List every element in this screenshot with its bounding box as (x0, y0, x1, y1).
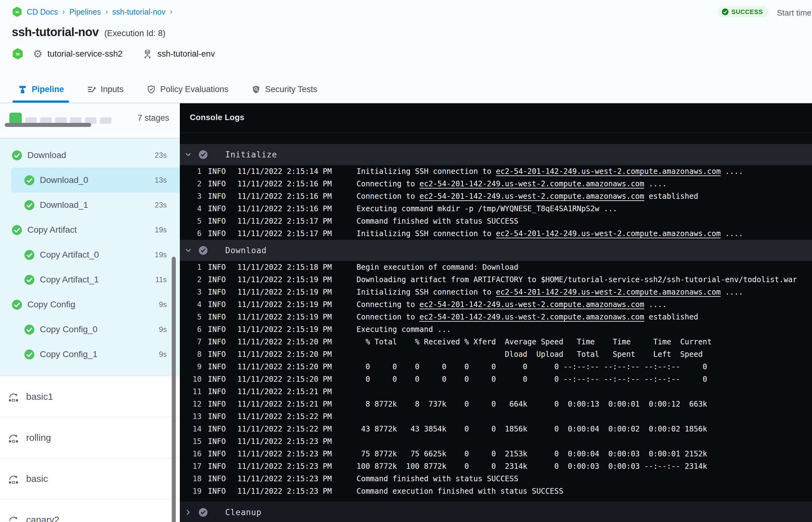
execution-id-label: (Execution Id: 8) (104, 28, 165, 38)
log-line: 5 INFO 11/11/2022 2:15:19 PM Connection … (180, 311, 812, 323)
host-link[interactable]: ec2-54-201-142-249.us-west-2.compute.ama… (496, 167, 720, 176)
log-line-number: 3 (180, 286, 202, 298)
stage-row-download-0[interactable]: Download_0 13s (11, 168, 180, 193)
breadcrumb-link-cd-docs[interactable]: CD Docs (27, 7, 58, 17)
log-line: 14 INFO 11/11/2022 2:15:22 PM 43 8772k 4… (180, 423, 812, 435)
log-line: 19 INFO 11/11/2022 2:15:23 PM Command ex… (180, 485, 812, 497)
chevron-right-icon: › (62, 7, 65, 17)
progress-square-current[interactable] (9, 113, 22, 124)
host-link[interactable]: ec2-54-201-142-249.us-west-2.compute.ama… (419, 313, 644, 321)
log-level: INFO (208, 298, 237, 311)
status-badge-label: SUCCESS (731, 8, 763, 16)
host-link[interactable]: ec2-54-201-142-249.us-west-2.compute.ama… (419, 300, 644, 309)
log-message: % Total % Received % Xferd Average Speed… (357, 336, 812, 348)
tab-inputs[interactable]: Inputs (87, 76, 124, 103)
log-timestamp: 11/11/2022 2:15:20 PM (237, 361, 357, 373)
vertical-scrollbar[interactable] (172, 257, 176, 522)
log-line-number: 17 (180, 460, 202, 473)
chevron-down-icon (184, 150, 192, 159)
chevron-right-icon: › (105, 7, 108, 17)
tab-policy-evaluations[interactable]: Policy Evaluations (146, 76, 228, 103)
log-level: INFO (208, 448, 237, 460)
stage-row-copy-artifact-1[interactable]: Copy Artifact_1 11s (0, 267, 180, 292)
log-line-number: 11 (180, 385, 202, 398)
stage-row-copy-config-0[interactable]: Copy Config_0 9s (0, 317, 180, 342)
log-level: INFO (208, 286, 237, 298)
pipeline-execution-page: { "colors": { "accent": "#0b7fd6", "gree… (0, 0, 812, 522)
success-check-icon (12, 150, 22, 161)
console-section-header-cleanup[interactable]: Cleanup (180, 502, 812, 522)
stage-list-item-label: basic1 (26, 392, 53, 402)
log-timestamp: 11/11/2022 2:15:19 PM (237, 274, 357, 286)
page-title: ssh-tutorial-nov (12, 25, 99, 39)
log-message: Command execution finished with status S… (357, 485, 812, 497)
log-level: INFO (208, 190, 237, 202)
progress-square[interactable] (100, 117, 111, 124)
stages-count-label: 7 stages (138, 113, 169, 123)
stage-list: Download 23s Download_0 13s Download_1 2… (0, 138, 180, 376)
success-check-icon (24, 324, 35, 335)
tab-security-tests[interactable]: Security Tests (251, 76, 317, 103)
host-link[interactable]: ec2-54-201-142-249.us-west-2.compute.ama… (496, 229, 720, 238)
log-line: 9 INFO 11/11/2022 2:15:20 PM 0 0 0 0 0 0… (180, 361, 812, 373)
console-body: Initialize 1 INFO 11/11/2022 2:15:14 PM … (180, 133, 812, 522)
breadcrumb-link-pipeline-name[interactable]: ssh-tutorial-nov (112, 7, 165, 17)
log-message (357, 385, 812, 398)
log-level: INFO (208, 423, 237, 435)
log-timestamp: 11/11/2022 2:15:23 PM (237, 435, 357, 448)
stage-row-copy-artifact-0[interactable]: Copy Artifact_0 19s (0, 242, 180, 267)
environment-icon (142, 49, 153, 59)
environment-name[interactable]: ssh-tutorial-env (158, 49, 215, 59)
log-line-number: 18 (180, 473, 202, 485)
log-timestamp: 11/11/2022 2:15:19 PM (237, 323, 357, 336)
other-stage-list: basic1 rolling basic canary2 (0, 376, 180, 522)
log-line-number: 4 (180, 202, 202, 215)
log-timestamp: 11/11/2022 2:15:17 PM (237, 215, 357, 227)
log-timestamp: 11/11/2022 2:15:21 PM (237, 385, 357, 398)
stage-row-download[interactable]: Download 23s (0, 143, 180, 168)
log-message: Command finished with status SUCCESS (357, 215, 812, 227)
chevron-down-icon (184, 246, 192, 255)
stage-list-item-label: canary2 (26, 515, 59, 522)
log-level: INFO (208, 215, 237, 227)
console-section-title: Cleanup (225, 508, 262, 517)
status-badge: SUCCESS (718, 6, 768, 17)
log-level: INFO (208, 178, 237, 190)
console-section-header-initialize[interactable]: Initialize (180, 144, 812, 165)
stage-list-item-basic[interactable]: basic (0, 458, 180, 499)
log-timestamp: 11/11/2022 2:15:16 PM (237, 190, 357, 202)
host-link[interactable]: ec2-54-201-142-249.us-west-2.compute.ama… (496, 288, 720, 297)
log-line: 4 INFO 11/11/2022 2:15:19 PM Connecting … (180, 298, 812, 311)
stage-list-item-canary2[interactable]: canary2 (0, 499, 180, 522)
log-level: INFO (208, 336, 237, 348)
stage-rerun-icon (7, 514, 19, 522)
console-section-header-download[interactable]: Download (180, 240, 812, 261)
success-check-icon (12, 300, 22, 310)
success-check-icon (24, 200, 35, 210)
log-line-number: 1 (180, 165, 202, 178)
stage-row-download-1[interactable]: Download_1 23s (0, 193, 180, 218)
section-success-check-icon (199, 508, 208, 517)
host-link[interactable]: ec2-54-201-142-249.us-west-2.compute.ama… (419, 180, 644, 188)
service-name[interactable]: tutorial-service-ssh2 (47, 49, 123, 59)
tab-pipeline[interactable]: Pipeline (18, 76, 64, 103)
log-message: 0 0 0 0 0 0 0 0 --:--:-- --:--:-- --:--:… (357, 361, 812, 373)
breadcrumb-link-pipelines[interactable]: Pipelines (69, 7, 101, 17)
log-level: INFO (208, 165, 237, 178)
stage-duration: 19s (155, 225, 167, 234)
stage-row-copy-config-1[interactable]: Copy Config_1 9s (0, 342, 180, 367)
log-line: 6 INFO 11/11/2022 2:15:17 PM Initializin… (180, 227, 812, 240)
tab-bar: Pipeline Inputs Policy Evaluations Secur… (0, 76, 812, 103)
stages-progress-header: 7 stages (0, 103, 180, 138)
log-message: Command finished with status SUCCESS (357, 473, 812, 485)
log-line: 1 INFO 11/11/2022 2:15:14 PM Initializin… (180, 165, 812, 178)
stage-row-copy-config[interactable]: Copy Config 9s (0, 292, 180, 317)
log-line-number: 6 (180, 227, 202, 240)
stage-row-copy-artifact[interactable]: Copy Artifact 19s (0, 218, 180, 242)
stage-list-item-rolling[interactable]: rolling (0, 417, 180, 458)
log-timestamp: 11/11/2022 2:15:14 PM (237, 165, 357, 178)
host-link[interactable]: ec2-54-201-142-249.us-west-2.compute.ama… (419, 192, 644, 201)
horizontal-scrollbar[interactable] (5, 123, 91, 127)
stage-list-item-basic1[interactable]: basic1 (0, 376, 180, 417)
log-line: 3 INFO 11/11/2022 2:15:16 PM Connection … (180, 190, 812, 202)
